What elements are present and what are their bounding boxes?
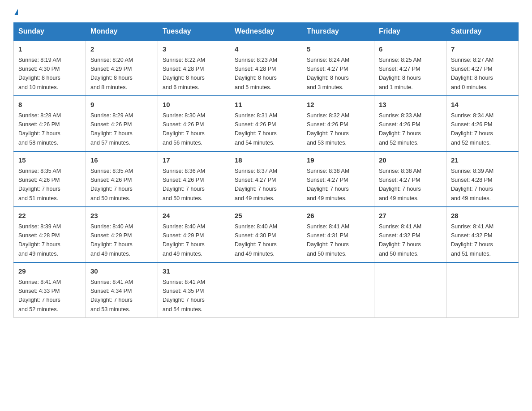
day-info: Sunrise: 8:29 AMSunset: 4:26 PMDaylight:… xyxy=(90,112,133,146)
day-number: 13 xyxy=(379,100,442,110)
page-header xyxy=(13,9,519,15)
day-info: Sunrise: 8:40 AMSunset: 4:29 PMDaylight:… xyxy=(163,223,205,257)
calendar-week-row: 29Sunrise: 8:41 AMSunset: 4:33 PMDayligh… xyxy=(14,262,519,318)
calendar-cell: 2Sunrise: 8:20 AMSunset: 4:29 PMDaylight… xyxy=(86,40,158,96)
calendar-cell: 9Sunrise: 8:29 AMSunset: 4:26 PMDaylight… xyxy=(86,96,158,151)
calendar-cell: 7Sunrise: 8:27 AMSunset: 4:27 PMDaylight… xyxy=(446,40,519,96)
day-info: Sunrise: 8:39 AMSunset: 4:28 PMDaylight:… xyxy=(451,168,493,201)
calendar-cell: 4Sunrise: 8:23 AMSunset: 4:28 PMDaylight… xyxy=(230,40,302,96)
day-info: Sunrise: 8:40 AMSunset: 4:29 PMDaylight:… xyxy=(90,223,133,257)
calendar-week-row: 1Sunrise: 8:19 AMSunset: 4:30 PMDaylight… xyxy=(14,40,519,96)
day-info: Sunrise: 8:19 AMSunset: 4:30 PMDaylight:… xyxy=(18,57,61,90)
day-number: 19 xyxy=(307,155,369,166)
day-number: 5 xyxy=(307,44,369,55)
day-number: 29 xyxy=(18,266,81,277)
calendar-cell: 5Sunrise: 8:24 AMSunset: 4:27 PMDaylight… xyxy=(302,40,374,96)
calendar-cell: 1Sunrise: 8:19 AMSunset: 4:30 PMDaylight… xyxy=(14,40,86,96)
day-info: Sunrise: 8:39 AMSunset: 4:28 PMDaylight:… xyxy=(18,223,61,257)
calendar-cell: 12Sunrise: 8:32 AMSunset: 4:26 PMDayligh… xyxy=(302,96,374,151)
day-info: Sunrise: 8:35 AMSunset: 4:26 PMDaylight:… xyxy=(90,168,133,201)
day-info: Sunrise: 8:22 AMSunset: 4:28 PMDaylight:… xyxy=(163,57,205,90)
day-info: Sunrise: 8:28 AMSunset: 4:26 PMDaylight:… xyxy=(18,112,61,146)
day-info: Sunrise: 8:37 AMSunset: 4:27 PMDaylight:… xyxy=(235,168,277,201)
day-info: Sunrise: 8:41 AMSunset: 4:33 PMDaylight:… xyxy=(18,279,61,313)
calendar-cell: 28Sunrise: 8:41 AMSunset: 4:32 PMDayligh… xyxy=(446,207,519,262)
day-number: 24 xyxy=(163,211,225,221)
column-header-monday: Monday xyxy=(86,23,158,41)
day-number: 20 xyxy=(379,155,442,166)
column-header-thursday: Thursday xyxy=(302,23,374,41)
calendar-cell: 30Sunrise: 8:41 AMSunset: 4:34 PMDayligh… xyxy=(86,262,158,318)
calendar-cell xyxy=(302,262,374,318)
calendar-cell: 27Sunrise: 8:41 AMSunset: 4:32 PMDayligh… xyxy=(374,207,446,262)
column-header-tuesday: Tuesday xyxy=(158,23,230,41)
day-info: Sunrise: 8:41 AMSunset: 4:31 PMDaylight:… xyxy=(307,223,349,257)
day-info: Sunrise: 8:34 AMSunset: 4:26 PMDaylight:… xyxy=(451,112,493,146)
day-number: 9 xyxy=(90,100,153,110)
calendar-cell: 20Sunrise: 8:38 AMSunset: 4:27 PMDayligh… xyxy=(374,151,446,207)
day-info: Sunrise: 8:30 AMSunset: 4:26 PMDaylight:… xyxy=(163,112,205,146)
day-info: Sunrise: 8:40 AMSunset: 4:30 PMDaylight:… xyxy=(235,223,277,257)
day-number: 23 xyxy=(90,211,153,221)
calendar-cell: 8Sunrise: 8:28 AMSunset: 4:26 PMDaylight… xyxy=(14,96,86,151)
logo-triangle-icon xyxy=(14,9,18,15)
day-info: Sunrise: 8:20 AMSunset: 4:29 PMDaylight:… xyxy=(90,57,133,90)
day-info: Sunrise: 8:41 AMSunset: 4:35 PMDaylight:… xyxy=(163,279,205,313)
column-header-saturday: Saturday xyxy=(446,23,519,41)
calendar-cell: 24Sunrise: 8:40 AMSunset: 4:29 PMDayligh… xyxy=(158,207,230,262)
day-number: 26 xyxy=(307,211,369,221)
day-number: 14 xyxy=(451,100,514,110)
column-header-sunday: Sunday xyxy=(14,23,86,41)
calendar-cell: 15Sunrise: 8:35 AMSunset: 4:26 PMDayligh… xyxy=(14,151,86,207)
calendar-cell: 13Sunrise: 8:33 AMSunset: 4:26 PMDayligh… xyxy=(374,96,446,151)
day-number: 27 xyxy=(379,211,442,221)
day-number: 18 xyxy=(235,155,297,166)
calendar-cell xyxy=(230,262,302,318)
column-header-friday: Friday xyxy=(374,23,446,41)
day-info: Sunrise: 8:38 AMSunset: 4:27 PMDaylight:… xyxy=(379,168,421,201)
calendar-cell: 29Sunrise: 8:41 AMSunset: 4:33 PMDayligh… xyxy=(14,262,86,318)
day-number: 8 xyxy=(18,100,81,110)
day-number: 17 xyxy=(163,155,225,166)
day-info: Sunrise: 8:24 AMSunset: 4:27 PMDaylight:… xyxy=(307,57,349,90)
day-number: 6 xyxy=(379,44,442,55)
calendar-cell: 11Sunrise: 8:31 AMSunset: 4:26 PMDayligh… xyxy=(230,96,302,151)
day-info: Sunrise: 8:25 AMSunset: 4:27 PMDaylight:… xyxy=(379,57,421,90)
day-info: Sunrise: 8:35 AMSunset: 4:26 PMDaylight:… xyxy=(18,168,61,201)
calendar-cell: 16Sunrise: 8:35 AMSunset: 4:26 PMDayligh… xyxy=(86,151,158,207)
calendar-cell: 26Sunrise: 8:41 AMSunset: 4:31 PMDayligh… xyxy=(302,207,374,262)
day-number: 10 xyxy=(163,100,225,110)
day-info: Sunrise: 8:41 AMSunset: 4:34 PMDaylight:… xyxy=(90,279,133,313)
calendar-cell: 6Sunrise: 8:25 AMSunset: 4:27 PMDaylight… xyxy=(374,40,446,96)
calendar-week-row: 22Sunrise: 8:39 AMSunset: 4:28 PMDayligh… xyxy=(14,207,519,262)
calendar-cell: 31Sunrise: 8:41 AMSunset: 4:35 PMDayligh… xyxy=(158,262,230,318)
day-number: 3 xyxy=(163,44,225,55)
day-info: Sunrise: 8:23 AMSunset: 4:28 PMDaylight:… xyxy=(235,57,277,90)
day-number: 1 xyxy=(18,44,81,55)
calendar-cell: 21Sunrise: 8:39 AMSunset: 4:28 PMDayligh… xyxy=(446,151,519,207)
column-header-wednesday: Wednesday xyxy=(230,23,302,41)
day-number: 2 xyxy=(90,44,153,55)
day-number: 7 xyxy=(451,44,514,55)
calendar-cell: 14Sunrise: 8:34 AMSunset: 4:26 PMDayligh… xyxy=(446,96,519,151)
calendar-cell: 17Sunrise: 8:36 AMSunset: 4:26 PMDayligh… xyxy=(158,151,230,207)
day-info: Sunrise: 8:32 AMSunset: 4:26 PMDaylight:… xyxy=(307,112,349,146)
day-number: 21 xyxy=(451,155,514,166)
day-number: 4 xyxy=(235,44,297,55)
day-info: Sunrise: 8:38 AMSunset: 4:27 PMDaylight:… xyxy=(307,168,349,201)
calendar-cell: 3Sunrise: 8:22 AMSunset: 4:28 PMDaylight… xyxy=(158,40,230,96)
day-info: Sunrise: 8:41 AMSunset: 4:32 PMDaylight:… xyxy=(379,223,421,257)
day-info: Sunrise: 8:27 AMSunset: 4:27 PMDaylight:… xyxy=(451,57,493,90)
calendar-cell: 25Sunrise: 8:40 AMSunset: 4:30 PMDayligh… xyxy=(230,207,302,262)
day-number: 22 xyxy=(18,211,81,221)
day-number: 15 xyxy=(18,155,81,166)
calendar-table: SundayMondayTuesdayWednesdayThursdayFrid… xyxy=(13,22,519,318)
calendar-cell: 19Sunrise: 8:38 AMSunset: 4:27 PMDayligh… xyxy=(302,151,374,207)
day-number: 12 xyxy=(307,100,369,110)
day-number: 30 xyxy=(90,266,153,277)
day-number: 16 xyxy=(90,155,153,166)
calendar-header-row: SundayMondayTuesdayWednesdayThursdayFrid… xyxy=(14,23,519,41)
day-number: 28 xyxy=(451,211,514,221)
day-number: 31 xyxy=(163,266,225,277)
calendar-cell xyxy=(446,262,519,318)
